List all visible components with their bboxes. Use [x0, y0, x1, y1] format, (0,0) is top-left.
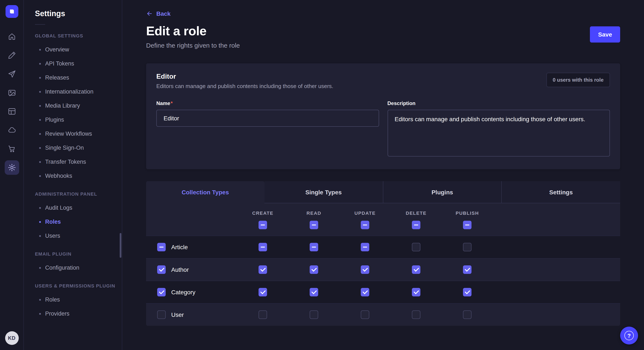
sidebar-item-audit-logs[interactable]: Audit Logs: [35, 201, 117, 215]
avatar[interactable]: KD: [5, 331, 18, 345]
tab-settings[interactable]: Settings: [502, 181, 620, 203]
sidebar-item-roles[interactable]: Roles: [35, 215, 117, 229]
user-create-checkbox[interactable]: [258, 311, 267, 319]
user-update-checkbox[interactable]: [361, 311, 369, 319]
role-description-textarea[interactable]: Editors can manage and publish contents …: [388, 110, 610, 157]
sidebar-item-users[interactable]: Users: [35, 229, 117, 243]
author-update-checkbox[interactable]: [361, 265, 369, 274]
sidebar-item-providers[interactable]: Providers: [35, 307, 117, 321]
main-content: Back Edit a role Define the rights given…: [122, 0, 644, 350]
select-all-create-checkbox[interactable]: [258, 221, 267, 229]
back-arrow-icon: [146, 10, 153, 17]
category-publish-checkbox[interactable]: [463, 288, 472, 296]
user-read-checkbox[interactable]: [310, 311, 318, 319]
category-read-checkbox[interactable]: [310, 288, 318, 296]
bullet-icon: [39, 235, 41, 237]
author-delete-checkbox[interactable]: [412, 265, 420, 274]
sidebar-item-releases[interactable]: Releases: [35, 71, 117, 85]
article-create-checkbox[interactable]: [258, 243, 267, 251]
sidebar-item-label: Overview: [45, 46, 69, 53]
article-delete-checkbox[interactable]: [412, 243, 420, 251]
permission-cell: [237, 265, 288, 274]
help-button[interactable]: ?: [620, 327, 638, 345]
category-delete-checkbox[interactable]: [412, 288, 420, 296]
tab-single-types[interactable]: Single Types: [264, 181, 383, 203]
sidebar-scrollbar-thumb[interactable]: [120, 233, 122, 258]
select-all-delete-checkbox[interactable]: [412, 221, 420, 229]
select-all-update-checkbox[interactable]: [361, 221, 369, 229]
user-publish-checkbox[interactable]: [463, 311, 472, 319]
nav-home[interactable]: [4, 29, 19, 44]
sidebar-item-review-workflows[interactable]: Review Workflows: [35, 127, 117, 141]
table-row: User: [146, 303, 620, 326]
category-create-checkbox[interactable]: [258, 288, 267, 296]
description-field-group: Description Editors can manage and publi…: [388, 100, 610, 158]
sidebar-section-label: ADMINISTRATION PANEL: [35, 191, 117, 196]
permissions-column-update: UPDATE: [340, 210, 390, 229]
role-details-card: Editor Editors can manage and publish co…: [146, 63, 620, 169]
article-publish-checkbox[interactable]: [463, 243, 472, 251]
content-manager-icon: [8, 51, 16, 59]
permissions-table: CREATEREADUPDATEDELETEPUBLISH ArticleAut…: [146, 203, 620, 326]
sidebar-section-label: USERS & PERMISSIONS PLUGIN: [35, 283, 117, 288]
nav-settings[interactable]: [4, 160, 19, 175]
bullet-icon: [39, 133, 41, 135]
article-update-checkbox[interactable]: [361, 243, 369, 251]
bullet-icon: [39, 105, 41, 107]
nav-deployments[interactable]: [4, 67, 19, 81]
back-link[interactable]: Back: [146, 10, 170, 17]
row-label: User: [171, 311, 184, 318]
strapi-logo-icon: [7, 7, 16, 16]
category-update-checkbox[interactable]: [361, 288, 369, 296]
sidebar-item-label: Transfer Tokens: [45, 159, 86, 165]
sidebar-item-plugins[interactable]: Plugins: [35, 113, 117, 127]
permissions-tabs: Collection TypesSingle TypesPluginsSetti…: [146, 181, 620, 203]
author-publish-checkbox[interactable]: [463, 265, 472, 274]
users-with-role-badge: 0 users with this role: [546, 73, 610, 87]
select-all-publish-checkbox[interactable]: [463, 221, 472, 229]
sidebar-item-media-library[interactable]: Media Library: [35, 99, 117, 113]
sidebar-item-transfer-tokens[interactable]: Transfer Tokens: [35, 155, 117, 169]
sidebar-item-label: Roles: [45, 296, 60, 303]
sidebar-item-configuration[interactable]: Configuration: [35, 261, 117, 275]
article-read-checkbox[interactable]: [310, 243, 318, 251]
sidebar-item-label: Configuration: [45, 265, 80, 271]
bullet-icon: [39, 175, 41, 177]
icon-rail: KD: [0, 0, 24, 350]
tab-plugins[interactable]: Plugins: [383, 181, 502, 203]
category-row-checkbox[interactable]: [157, 288, 166, 296]
bullet-icon: [39, 313, 41, 315]
strapi-logo[interactable]: [5, 5, 18, 18]
user-delete-checkbox[interactable]: [412, 311, 420, 319]
sidebar-section: ADMINISTRATION PANELAudit LogsRolesUsers: [35, 191, 117, 243]
role-name-input[interactable]: [156, 110, 379, 127]
permission-cell: [442, 288, 493, 296]
author-row-checkbox[interactable]: [157, 265, 166, 274]
author-create-checkbox[interactable]: [258, 265, 267, 274]
sidebar-section-label: EMAIL PLUGIN: [35, 251, 117, 256]
author-read-checkbox[interactable]: [310, 265, 318, 274]
nav-content-type-builder[interactable]: [4, 104, 19, 119]
nav-cloud[interactable]: [4, 123, 19, 137]
nav-media-library[interactable]: [4, 85, 19, 100]
tab-collection-types[interactable]: Collection Types: [146, 181, 264, 203]
permissions-column-read: READ: [288, 210, 340, 229]
permission-cell: [442, 265, 493, 274]
permission-cell: [237, 288, 288, 296]
sidebar-item-roles[interactable]: Roles: [35, 293, 117, 307]
user-row-checkbox[interactable]: [157, 311, 166, 319]
column-label: PUBLISH: [456, 210, 479, 216]
select-all-read-checkbox[interactable]: [310, 221, 318, 229]
sidebar-item-api-tokens[interactable]: API Tokens: [35, 57, 117, 71]
nav-marketplace[interactable]: [4, 142, 19, 156]
sidebar-item-overview[interactable]: Overview: [35, 42, 117, 57]
deployments-icon: [8, 70, 16, 78]
save-button[interactable]: Save: [590, 26, 620, 42]
nav-content-manager[interactable]: [4, 48, 19, 62]
sidebar-divider: [35, 24, 45, 25]
sidebar-item-webhooks[interactable]: Webhooks: [35, 169, 117, 183]
sidebar-item-single-sign-on[interactable]: Single Sign-On: [35, 141, 117, 155]
sidebar-item-internationalization[interactable]: Internationalization: [35, 85, 117, 99]
page-header: Edit a role Define the rights given to t…: [146, 24, 620, 49]
article-row-checkbox[interactable]: [157, 243, 166, 251]
